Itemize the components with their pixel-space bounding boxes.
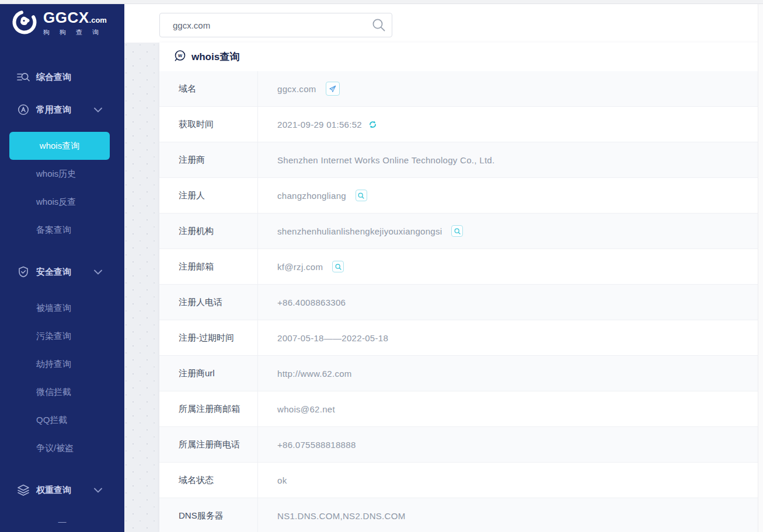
fetch-time-value: 2021-09-29 01:56:52 bbox=[277, 120, 362, 130]
chevron-down-icon bbox=[94, 488, 102, 493]
circle-a-icon bbox=[17, 104, 30, 116]
page-top-strip bbox=[0, 0, 763, 4]
table-row-registrant-phone: 注册人电话 +86.4008863306 bbox=[159, 285, 763, 320]
search-icon[interactable] bbox=[366, 18, 392, 33]
reverse-search-icon[interactable] bbox=[356, 190, 367, 201]
chevron-down-icon bbox=[94, 270, 102, 275]
registrant-org-value: shenzhenhulianlishengkejiyouxiangongsi bbox=[277, 226, 442, 236]
table-row-registrar-url: 注册商url http://www.62.com bbox=[159, 356, 763, 391]
sidebar-group-weight-query[interactable]: 权重查询 bbox=[0, 476, 124, 504]
scrollbar[interactable] bbox=[758, 4, 763, 532]
logo[interactable]: GGCX .com 狗 狗 查 询 bbox=[12, 9, 107, 37]
table-row-registrar-phone: 所属注册商电话 +86.075588818888 bbox=[159, 427, 763, 463]
table-row-registrar: 注册商 Shenzhen Internet Works Online Techn… bbox=[159, 142, 763, 178]
table-row-registrant: 注册人 changzhongliang bbox=[159, 178, 763, 214]
sidebar-item-dispute-stolen[interactable]: 争议/被盗 bbox=[0, 434, 124, 462]
registrant-email-value: kf@rzj.com bbox=[277, 262, 323, 272]
sidebar-item-label: 常用查询 bbox=[36, 104, 71, 116]
logo-suffix: .com bbox=[89, 16, 107, 24]
table-row-domain-status: 域名状态 ok bbox=[159, 463, 763, 498]
whois-result-card: w whois查询 域名 ggcx.com bbox=[159, 43, 763, 532]
registrar-value: Shenzhen Internet Works Online Technolog… bbox=[277, 155, 494, 165]
sidebar-overflow-indicator: — bbox=[0, 517, 124, 526]
refresh-icon[interactable] bbox=[368, 120, 378, 130]
domain-status-value: ok bbox=[277, 475, 287, 485]
sidebar-item-blocked-query[interactable]: 被墙查询 bbox=[0, 294, 124, 322]
sidebar: GGCX .com 狗 狗 查 询 综合查询 常用查询 bbox=[0, 0, 124, 532]
sidebar-item-label: whois查询 bbox=[40, 141, 79, 152]
table-row-registrant-org: 注册机构 shenzhenhulianlishengkejiyouxiangon… bbox=[159, 214, 763, 249]
sidebar-item-whois-reverse[interactable]: whois反查 bbox=[0, 188, 124, 216]
svg-text:w: w bbox=[177, 52, 183, 58]
sidebar-item-label: 权重查询 bbox=[36, 485, 71, 496]
registrar-url-value: http://www.62.com bbox=[277, 369, 352, 379]
reverse-search-icon[interactable] bbox=[332, 261, 344, 272]
table-row-domain: 域名 ggcx.com bbox=[159, 71, 763, 107]
table-row-registrar-email: 所属注册商邮箱 whois@62.net bbox=[159, 391, 763, 427]
chevron-down-icon bbox=[94, 107, 102, 113]
logo-text: GGCX bbox=[43, 10, 89, 25]
shield-check-icon bbox=[17, 266, 30, 278]
dns-servers-value: NS1.DNS.COM,NS2.DNS.COM bbox=[277, 511, 405, 521]
logo-subtitle: 狗 狗 查 询 bbox=[43, 28, 107, 37]
registrar-phone-value: +86.075588818888 bbox=[277, 440, 356, 450]
reverse-search-icon[interactable] bbox=[451, 225, 463, 237]
top-search-bar bbox=[124, 4, 763, 43]
search-input[interactable] bbox=[160, 20, 366, 30]
main-area: w whois查询 域名 ggcx.com bbox=[124, 4, 763, 532]
registrant-value: changzhongliang bbox=[277, 191, 346, 201]
sidebar-item-pollution-query[interactable]: 污染查询 bbox=[0, 322, 124, 350]
sidebar-item-qq-block[interactable]: QQ拦截 bbox=[0, 406, 124, 434]
table-row-registrant-email: 注册邮箱 kf@rzj.com bbox=[159, 249, 763, 285]
sidebar-item-whois-history[interactable]: whois历史 bbox=[0, 160, 124, 188]
table-row-dns-servers: DNS服务器 NS1.DNS.COM,NS2.DNS.COM bbox=[159, 498, 763, 532]
layers-icon bbox=[17, 484, 30, 496]
search-list-icon bbox=[17, 71, 30, 83]
domain-search-box bbox=[159, 13, 392, 37]
sidebar-item-composite-query[interactable]: 综合查询 bbox=[0, 63, 124, 91]
dog-logo-icon bbox=[12, 9, 37, 37]
whois-table: 域名 ggcx.com 获取时间 2021-09-29 01:56:52 bbox=[159, 71, 763, 532]
table-row-fetch-time: 获取时间 2021-09-29 01:56:52 bbox=[159, 107, 763, 142]
sidebar-item-icp-query[interactable]: 备案查询 bbox=[0, 216, 124, 244]
registrant-phone-value: +86.4008863306 bbox=[277, 298, 346, 307]
sidebar-item-label: 综合查询 bbox=[36, 72, 71, 83]
sidebar-item-wechat-block[interactable]: 微信拦截 bbox=[0, 378, 124, 406]
sidebar-item-hijack-query[interactable]: 劫持查询 bbox=[0, 350, 124, 378]
domain-value: ggcx.com bbox=[277, 84, 316, 94]
card-heading: w whois查询 bbox=[159, 43, 763, 71]
registration-period-value: 2007-05-18——2022-05-18 bbox=[277, 333, 388, 343]
page-title: whois查询 bbox=[191, 50, 239, 64]
sidebar-group-common-query[interactable]: 常用查询 bbox=[0, 96, 124, 124]
whois-heading-icon: w bbox=[173, 50, 186, 65]
send-icon[interactable] bbox=[326, 82, 340, 96]
sidebar-group-security-query[interactable]: 安全查询 bbox=[0, 258, 124, 286]
sidebar-item-label: 安全查询 bbox=[36, 267, 71, 278]
sidebar-item-whois-query-active[interactable]: whois查询 bbox=[9, 132, 110, 160]
table-row-registration-period: 注册-过期时间 2007-05-18——2022-05-18 bbox=[159, 320, 763, 356]
registrar-email-value: whois@62.net bbox=[277, 404, 335, 414]
